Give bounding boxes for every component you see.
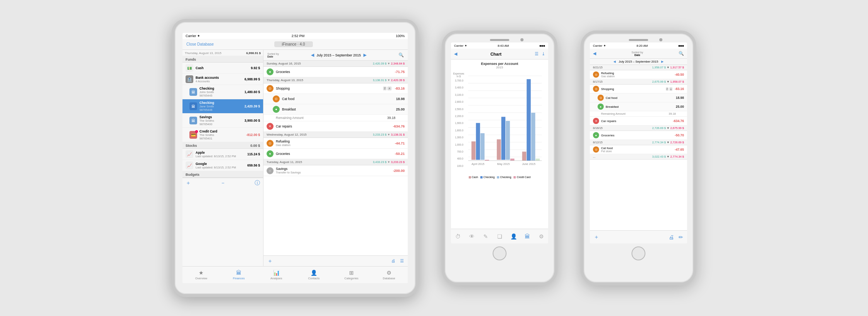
phone2-bottom-bar: ＋ 🖨 ✏ bbox=[590, 230, 687, 243]
p2-tx-refueling[interactable]: ⊙ Refueling Gas station -40.50 bbox=[590, 70, 687, 79]
bank-info: Bank accounts 4 Accounts bbox=[196, 76, 245, 83]
bank-name: Bank accounts bbox=[196, 76, 245, 80]
phone1-back-button[interactable]: ◀ bbox=[454, 51, 457, 56]
phone1-tab-clock[interactable]: ⏱ bbox=[451, 229, 465, 243]
tablet-time: 2:52 PM bbox=[292, 34, 305, 38]
sidebar-item-cash[interactable]: 💵 Cash 9.92 $ bbox=[182, 63, 263, 74]
tab-analyses[interactable]: 📊 Analyses bbox=[258, 267, 295, 283]
sort-info: Sorted by Date bbox=[267, 53, 279, 58]
overview-icon: ★ bbox=[199, 270, 204, 276]
p2-remaining-row: Remaining Amount 39.18 bbox=[590, 111, 687, 117]
phone2-status: Carrier ✦ 8:20 AM ■■■ bbox=[590, 42, 687, 49]
info-button[interactable]: ⓘ bbox=[255, 180, 260, 187]
svg-text:April 2015: April 2015 bbox=[471, 162, 484, 166]
phone1-home-button[interactable] bbox=[493, 246, 507, 260]
p2-tx-catfood-812[interactable]: ⊙ Cat food Pet store -47.65 bbox=[590, 145, 687, 154]
tx-refueling[interactable]: ⊙ Refueling Gas station -44.71 bbox=[263, 138, 408, 149]
search-icon[interactable]: 🔍 bbox=[399, 53, 404, 58]
add-transaction-button[interactable]: ＋ bbox=[267, 258, 273, 265]
tx-car-repairs[interactable]: ✕ Car repairs -634.76 bbox=[263, 121, 408, 132]
tx-shopping[interactable]: ⊙ Shopping 2 ∧ -83.16 bbox=[263, 83, 408, 94]
devices-container: Carrier ✦ 2:52 PM 100% Close Database iF… bbox=[0, 3, 868, 313]
sidebar-item-checking-jane[interactable]: 🏛 Checking Jane Smith98765446 2,420.39 $ bbox=[182, 99, 263, 114]
svg-text:June 2015: June 2015 bbox=[522, 162, 535, 166]
add-button[interactable]: ＋ bbox=[186, 180, 191, 187]
phone1-download-icon[interactable]: ⤓ bbox=[542, 51, 545, 56]
bank-sub: 4 Accounts bbox=[196, 80, 245, 83]
tx-breakfast[interactable]: ● Breakfast 25.00 bbox=[263, 104, 408, 115]
p2-tx-breakfast[interactable]: ● Breakfast 25.00 bbox=[590, 102, 687, 111]
cash-icon: 💵 bbox=[186, 64, 193, 72]
tab-contacts[interactable]: 👤 Contacts bbox=[295, 267, 333, 283]
main-content: Sorted by Date ◀ July 2015 – September 2… bbox=[263, 50, 408, 266]
tx-groceries-aug16[interactable]: ● Groceries -71.75 bbox=[263, 67, 408, 77]
phone1-vol-up-button bbox=[442, 99, 444, 109]
tx-savings-transfer[interactable]: ○ Savings Transfer to Savings -200.00 bbox=[263, 165, 408, 176]
list-button[interactable]: ☰ bbox=[400, 258, 404, 263]
phone1-nav: ◀ Chart ☰ ⤓ bbox=[451, 49, 548, 59]
savings-transfer-icon: ○ bbox=[267, 167, 274, 174]
sidebar-item-bank-accounts[interactable]: 🏦 Bank accounts 4 Accounts 6,988.99 $ bbox=[182, 74, 263, 85]
tab-finances[interactable]: 🏛 Finances bbox=[220, 267, 257, 283]
expand-toggle[interactable]: ∧ bbox=[387, 87, 392, 90]
phone2-back-button[interactable]: ◀ bbox=[593, 51, 596, 56]
phone2-prev-button[interactable]: ◀ bbox=[613, 60, 616, 63]
phone1-tab-settings[interactable]: ⚙ bbox=[534, 229, 548, 243]
tx-catfood[interactable]: ⊙ Cat food 18.98 bbox=[263, 94, 408, 104]
p2-tx-car-repairs[interactable]: ✕ Car repairs -634.76 bbox=[590, 117, 687, 126]
chart-title: Expenses per Account bbox=[453, 62, 546, 66]
close-database-button[interactable]: Close Database bbox=[186, 42, 214, 46]
next-period-button[interactable]: ▶ bbox=[363, 53, 366, 58]
sidebar-item-google[interactable]: 📈 Google Last updated: 8/13/15, 2:52 PM … bbox=[182, 160, 263, 171]
phone2-add-button[interactable]: ＋ bbox=[594, 234, 599, 241]
p2-groceries-amount: -50.70 bbox=[675, 133, 684, 137]
p2-breakfast-icon: ● bbox=[598, 104, 604, 110]
credit-card-amount: -812.00 $ bbox=[246, 133, 260, 137]
cash-name: Cash bbox=[196, 66, 251, 70]
phone2-home-button[interactable] bbox=[632, 246, 645, 260]
tab-overview[interactable]: ★ Overview bbox=[182, 267, 220, 283]
phone1-tab-eye[interactable]: 👁 bbox=[465, 229, 479, 243]
legend-cash-label: Cash bbox=[472, 176, 478, 178]
breakfast-amount: 25.00 bbox=[396, 107, 405, 111]
phone1-tab-bank[interactable]: 🏛 bbox=[520, 229, 534, 243]
groceries-aug12-icon: ● bbox=[267, 150, 274, 157]
svg-rect-13 bbox=[476, 123, 480, 160]
google-sub: Last updated: 8/13/15, 2:52 PM bbox=[196, 166, 247, 169]
prev-period-button[interactable]: ◀ bbox=[311, 53, 314, 58]
remove-button[interactable]: － bbox=[220, 180, 226, 187]
print-button[interactable]: 🖨 bbox=[391, 258, 395, 263]
tab-categories[interactable]: ⊞ Categories bbox=[333, 267, 370, 283]
p2-tx-groceries[interactable]: ● Groceries -50.70 bbox=[590, 131, 687, 140]
phone1-list-icon[interactable]: ☰ bbox=[535, 51, 539, 56]
p2-tx-catfood[interactable]: ⊙ Cat food 18.98 bbox=[590, 93, 687, 102]
sidebar-item-checking-john[interactable]: 🏛 Checking John Smith98765445 1,480.60 $ bbox=[182, 85, 263, 99]
sidebar-item-apple[interactable]: 📈 Apple Last updated: 8/13/15, 2:52 PM 1… bbox=[182, 149, 263, 160]
phone1-tab-contact[interactable]: 👤 bbox=[507, 229, 520, 243]
bank-amount: 6,988.99 $ bbox=[245, 77, 260, 81]
phone2-search-icon[interactable]: 🔍 bbox=[679, 51, 684, 56]
sidebar-item-credit-card[interactable]: 💳 ! Credit Card The Smiths98765401 -812.… bbox=[182, 128, 263, 142]
legend-credit-label: Credit Card bbox=[517, 176, 530, 178]
phone2-next-button[interactable]: ▶ bbox=[661, 60, 664, 63]
phone2-edit-button[interactable]: ✏ bbox=[679, 234, 683, 240]
cash-info: Cash bbox=[196, 66, 251, 70]
legend-checking1: Checking bbox=[480, 176, 495, 178]
sidebar-item-savings[interactable]: 🏛 Savings The Smiths98765400 3,900.00 $ bbox=[182, 114, 263, 128]
phone1-tab-edit[interactable]: ✎ bbox=[479, 229, 493, 243]
tablet-screen: Carrier ✦ 2:52 PM 100% Close Database iF… bbox=[182, 33, 408, 283]
p2-shopping-info: Shopping bbox=[601, 87, 666, 91]
tab-bar: ★ Overview 🏛 Finances 📊 Analyses 👤 Conta… bbox=[182, 266, 408, 283]
sidebar-budgets-header: Budgets bbox=[182, 171, 263, 178]
credit-card-icon: 💳 ! bbox=[189, 131, 197, 139]
sidebar-bottom: ＋ － ⓘ bbox=[182, 178, 263, 188]
groceries-amount: -71.75 bbox=[395, 70, 405, 74]
tab-database[interactable]: ⚙ Database bbox=[370, 267, 408, 283]
checking-john-sub: John Smith98765445 bbox=[199, 90, 245, 97]
tx-groceries-aug12[interactable]: ● Groceries -50.21 bbox=[263, 149, 408, 159]
groceries-aug12-amount: -50.21 bbox=[395, 152, 405, 156]
phone1-tab-copy[interactable]: ❏ bbox=[493, 229, 507, 243]
phone2-print-button[interactable]: 🖨 bbox=[669, 234, 674, 240]
p2-tx-shopping[interactable]: ⊙ Shopping 2 ∧ -83.16 bbox=[590, 85, 687, 93]
expand-count[interactable]: 2 bbox=[383, 87, 387, 90]
